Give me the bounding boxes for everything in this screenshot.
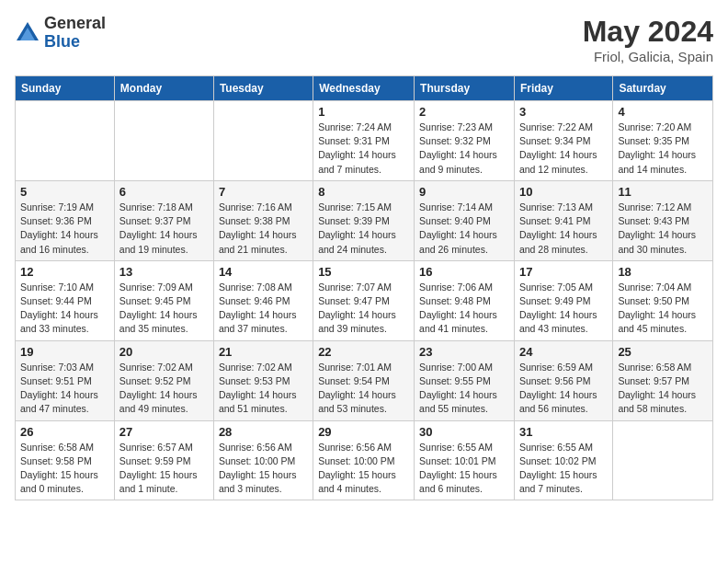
- day-number: 12: [20, 265, 109, 279]
- day-info: Sunrise: 7:13 AM Sunset: 9:41 PM Dayligh…: [519, 201, 608, 257]
- day-info: Sunrise: 6:57 AM Sunset: 9:59 PM Dayligh…: [119, 441, 209, 497]
- calendar-cell: 29Sunrise: 6:56 AM Sunset: 10:00 PM Dayl…: [313, 420, 415, 500]
- calendar-cell: 25Sunrise: 6:58 AM Sunset: 9:57 PM Dayli…: [613, 340, 713, 420]
- day-number: 7: [219, 185, 308, 199]
- day-info: Sunrise: 7:06 AM Sunset: 9:48 PM Dayligh…: [419, 281, 509, 337]
- day-info: Sunrise: 7:24 AM Sunset: 9:31 PM Dayligh…: [318, 121, 409, 177]
- calendar-cell: 4Sunrise: 7:20 AM Sunset: 9:35 PM Daylig…: [613, 101, 713, 181]
- day-info: Sunrise: 6:58 AM Sunset: 9:58 PM Dayligh…: [20, 441, 109, 497]
- day-number: 1: [318, 105, 409, 119]
- calendar-cell: [114, 101, 213, 181]
- calendar-cell: [213, 101, 313, 181]
- day-info: Sunrise: 7:18 AM Sunset: 9:37 PM Dayligh…: [119, 201, 209, 257]
- day-info: Sunrise: 7:05 AM Sunset: 9:49 PM Dayligh…: [519, 281, 608, 337]
- page-header: General Blue May 2024 Friol, Galicia, Sp…: [15, 15, 713, 64]
- day-info: Sunrise: 7:01 AM Sunset: 9:54 PM Dayligh…: [318, 361, 409, 417]
- day-info: Sunrise: 7:02 AM Sunset: 9:52 PM Dayligh…: [119, 361, 209, 417]
- day-number: 5: [20, 185, 109, 199]
- calendar-header: SundayMondayTuesdayWednesdayThursdayFrid…: [16, 76, 713, 101]
- calendar-cell: 13Sunrise: 7:09 AM Sunset: 9:45 PM Dayli…: [114, 260, 213, 340]
- calendar-week-row: 5Sunrise: 7:19 AM Sunset: 9:36 PM Daylig…: [16, 180, 713, 260]
- calendar-cell: 30Sunrise: 6:55 AM Sunset: 10:01 PM Dayl…: [415, 420, 515, 500]
- day-number: 13: [119, 265, 209, 279]
- calendar-cell: 14Sunrise: 7:08 AM Sunset: 9:46 PM Dayli…: [213, 260, 313, 340]
- weekday-header: Tuesday: [213, 76, 313, 101]
- weekday-header: Sunday: [16, 76, 115, 101]
- calendar-cell: 27Sunrise: 6:57 AM Sunset: 9:59 PM Dayli…: [114, 420, 213, 500]
- day-info: Sunrise: 7:15 AM Sunset: 9:39 PM Dayligh…: [318, 201, 409, 257]
- calendar-table: SundayMondayTuesdayWednesdayThursdayFrid…: [15, 75, 713, 500]
- day-number: 28: [219, 425, 308, 439]
- weekday-header: Wednesday: [313, 76, 415, 101]
- calendar-cell: 23Sunrise: 7:00 AM Sunset: 9:55 PM Dayli…: [415, 340, 515, 420]
- day-info: Sunrise: 6:59 AM Sunset: 9:56 PM Dayligh…: [519, 361, 608, 417]
- day-number: 8: [318, 185, 409, 199]
- day-number: 24: [519, 345, 608, 359]
- day-info: Sunrise: 7:19 AM Sunset: 9:36 PM Dayligh…: [20, 201, 109, 257]
- calendar-cell: 20Sunrise: 7:02 AM Sunset: 9:52 PM Dayli…: [114, 340, 213, 420]
- calendar-cell: 5Sunrise: 7:19 AM Sunset: 9:36 PM Daylig…: [16, 180, 115, 260]
- day-number: 22: [318, 345, 409, 359]
- calendar-cell: 22Sunrise: 7:01 AM Sunset: 9:54 PM Dayli…: [313, 340, 415, 420]
- logo-icon: [15, 20, 40, 46]
- calendar-cell: 28Sunrise: 6:56 AM Sunset: 10:00 PM Dayl…: [213, 420, 313, 500]
- calendar-cell: 19Sunrise: 7:03 AM Sunset: 9:51 PM Dayli…: [16, 340, 115, 420]
- day-number: 26: [20, 425, 109, 439]
- calendar-cell: 2Sunrise: 7:23 AM Sunset: 9:32 PM Daylig…: [415, 101, 515, 181]
- day-number: 20: [119, 345, 209, 359]
- weekday-header: Friday: [514, 76, 612, 101]
- calendar-body: 1Sunrise: 7:24 AM Sunset: 9:31 PM Daylig…: [16, 101, 713, 500]
- day-number: 23: [419, 345, 509, 359]
- calendar-cell: 7Sunrise: 7:16 AM Sunset: 9:38 PM Daylig…: [213, 180, 313, 260]
- calendar-cell: [16, 101, 115, 181]
- day-number: 31: [519, 425, 608, 439]
- calendar-cell: 24Sunrise: 6:59 AM Sunset: 9:56 PM Dayli…: [514, 340, 612, 420]
- day-number: 16: [419, 265, 509, 279]
- month-year: May 2024: [583, 15, 713, 49]
- day-number: 27: [119, 425, 209, 439]
- calendar-cell: 6Sunrise: 7:18 AM Sunset: 9:37 PM Daylig…: [114, 180, 213, 260]
- calendar-cell: 16Sunrise: 7:06 AM Sunset: 9:48 PM Dayli…: [415, 260, 515, 340]
- calendar-cell: 10Sunrise: 7:13 AM Sunset: 9:41 PM Dayli…: [514, 180, 612, 260]
- day-number: 30: [419, 425, 509, 439]
- day-number: 10: [519, 185, 608, 199]
- day-info: Sunrise: 7:02 AM Sunset: 9:53 PM Dayligh…: [219, 361, 308, 417]
- day-info: Sunrise: 7:10 AM Sunset: 9:44 PM Dayligh…: [20, 281, 109, 337]
- calendar-cell: 15Sunrise: 7:07 AM Sunset: 9:47 PM Dayli…: [313, 260, 415, 340]
- day-number: 3: [519, 105, 608, 119]
- calendar-cell: 9Sunrise: 7:14 AM Sunset: 9:40 PM Daylig…: [415, 180, 515, 260]
- logo: General Blue: [15, 15, 106, 52]
- day-info: Sunrise: 6:56 AM Sunset: 10:00 PM Daylig…: [219, 441, 308, 497]
- day-number: 14: [219, 265, 308, 279]
- calendar-week-row: 19Sunrise: 7:03 AM Sunset: 9:51 PM Dayli…: [16, 340, 713, 420]
- logo-text: General Blue: [44, 15, 106, 52]
- calendar-cell: 18Sunrise: 7:04 AM Sunset: 9:50 PM Dayli…: [613, 260, 713, 340]
- calendar-week-row: 26Sunrise: 6:58 AM Sunset: 9:58 PM Dayli…: [16, 420, 713, 500]
- day-info: Sunrise: 7:20 AM Sunset: 9:35 PM Dayligh…: [618, 121, 708, 177]
- calendar-cell: [613, 420, 713, 500]
- calendar-cell: 8Sunrise: 7:15 AM Sunset: 9:39 PM Daylig…: [313, 180, 415, 260]
- weekday-header: Saturday: [613, 76, 713, 101]
- calendar-cell: 17Sunrise: 7:05 AM Sunset: 9:49 PM Dayli…: [514, 260, 612, 340]
- day-info: Sunrise: 7:09 AM Sunset: 9:45 PM Dayligh…: [119, 281, 209, 337]
- day-number: 4: [618, 105, 708, 119]
- day-info: Sunrise: 7:23 AM Sunset: 9:32 PM Dayligh…: [419, 121, 509, 177]
- day-info: Sunrise: 7:03 AM Sunset: 9:51 PM Dayligh…: [20, 361, 109, 417]
- day-number: 6: [119, 185, 209, 199]
- calendar-cell: 31Sunrise: 6:55 AM Sunset: 10:02 PM Dayl…: [514, 420, 612, 500]
- calendar-week-row: 1Sunrise: 7:24 AM Sunset: 9:31 PM Daylig…: [16, 101, 713, 181]
- calendar-cell: 12Sunrise: 7:10 AM Sunset: 9:44 PM Dayli…: [16, 260, 115, 340]
- weekday-header: Monday: [114, 76, 213, 101]
- day-number: 9: [419, 185, 509, 199]
- day-info: Sunrise: 7:14 AM Sunset: 9:40 PM Dayligh…: [419, 201, 509, 257]
- day-number: 21: [219, 345, 308, 359]
- day-number: 2: [419, 105, 509, 119]
- day-number: 18: [618, 265, 708, 279]
- calendar-cell: 1Sunrise: 7:24 AM Sunset: 9:31 PM Daylig…: [313, 101, 415, 181]
- day-number: 19: [20, 345, 109, 359]
- day-number: 25: [618, 345, 708, 359]
- weekday-row: SundayMondayTuesdayWednesdayThursdayFrid…: [16, 76, 713, 101]
- logo-general-text: General: [44, 15, 106, 33]
- calendar-cell: 11Sunrise: 7:12 AM Sunset: 9:43 PM Dayli…: [613, 180, 713, 260]
- weekday-header: Thursday: [415, 76, 515, 101]
